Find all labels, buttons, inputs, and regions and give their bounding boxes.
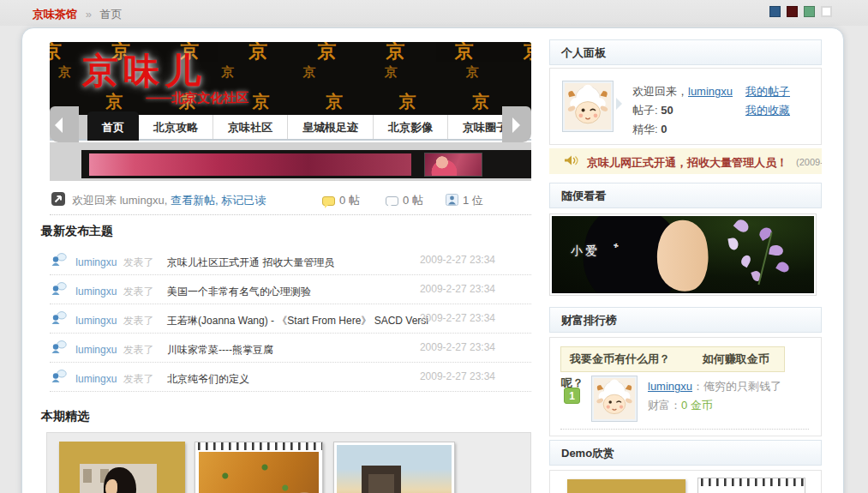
rank-1-badge: 1 <box>564 388 580 404</box>
browse-caption: 小爱 <box>571 243 600 259</box>
stat-new-posts-value: 0 帖 <box>339 194 360 207</box>
breadcrumb: 京味茶馆 » 首页 <box>33 7 122 22</box>
panel-digest-value: 0 <box>661 123 667 135</box>
featured-photo <box>199 452 319 493</box>
demo-thumb-card[interactable] <box>697 478 805 493</box>
tab-jingwei-community[interactable]: 京味社区 <box>213 115 288 139</box>
post-action: 发表了 <box>123 344 154 356</box>
featured-photo <box>80 464 157 493</box>
slideshow-thumbnail[interactable] <box>424 153 482 177</box>
welcome-text: 欢迎回来 lumingxu, 查看新帖, 标记已读 <box>72 193 266 208</box>
featured-thumb-lady[interactable] <box>59 442 185 493</box>
my-favorites-link[interactable]: 我的收藏 <box>745 104 790 117</box>
welcome-username: lumingxu, <box>120 194 168 207</box>
breadcrumb-current-page: 首页 <box>99 8 122 21</box>
post-row: lumingxu 发表了 王若琳(Joanna Wang) - 《Start F… <box>50 304 531 334</box>
forum-status-icon <box>51 192 65 206</box>
coin-use-question-link[interactable]: 我要金币有什么用？ <box>570 352 670 365</box>
arrow-right-icon <box>512 117 520 133</box>
slideshow-frame <box>81 150 531 178</box>
post-title-link[interactable]: 王若琳(Joanna Wang) - 《Start From Here》 SAC… <box>167 315 428 327</box>
carousel-next-button[interactable] <box>502 106 531 142</box>
post-author-link[interactable]: lumingxu <box>75 315 117 327</box>
demo-body <box>549 470 822 493</box>
post-action: 发表了 <box>123 256 154 268</box>
gray-bubble-icon <box>386 196 398 206</box>
demo-thumb-gold[interactable] <box>567 479 685 493</box>
browse-image-link[interactable]: 小爱 ᛭ <box>549 213 817 296</box>
theme-swatch-green[interactable] <box>804 6 815 17</box>
my-posts-link[interactable]: 我的帖子 <box>745 85 790 98</box>
spiral-binding <box>698 478 805 486</box>
theme-swatch-blue[interactable] <box>769 6 781 17</box>
yellow-bubble-icon <box>322 196 335 206</box>
rank-username-link[interactable]: lumingxu <box>648 380 692 393</box>
tab-beijing-images[interactable]: 北京影像 <box>374 115 448 139</box>
tab-imperial-footprints[interactable]: 皇城根足迹 <box>288 115 374 139</box>
post-title-link[interactable]: 美国一个非常有名气的心理测验 <box>167 286 311 298</box>
personal-panel-body: 欢迎回来，lumingxu 帖子: 50 精华: 0 我的帖子 我的收藏 <box>549 68 822 145</box>
post-title-link[interactable]: 北京纯爷们的定义 <box>167 373 249 385</box>
tab-home[interactable]: 首页 <box>87 111 139 141</box>
featured-box <box>46 432 531 493</box>
rank-user-quote: 俺穷的只剩钱了 <box>703 380 781 393</box>
welcome-prefix: 欢迎回来 <box>72 194 117 207</box>
topbar: 京味茶馆 » 首页 <box>0 0 868 26</box>
panel-posts-value: 50 <box>661 104 673 117</box>
arrow-left-icon <box>55 117 63 133</box>
post-action: 发表了 <box>123 286 154 298</box>
panel-digest-label: 精华: <box>632 123 658 135</box>
theme-swatch-darkred[interactable] <box>787 6 798 17</box>
post-row: lumingxu 发表了 川味家常菜----熊掌豆腐 2009-2-27 23:… <box>50 334 531 363</box>
browse-header: 随便看看 <box>549 183 822 208</box>
user-avatar[interactable] <box>562 81 614 132</box>
post-author-link[interactable]: lumingxu <box>75 344 117 356</box>
demo-header: Demo欣赏 <box>549 440 822 466</box>
rank-user-avatar[interactable] <box>591 376 638 422</box>
stat-online-members: 1 位 <box>446 193 483 208</box>
avatar-bubble-tail <box>616 98 628 110</box>
dotted-divider <box>560 429 809 430</box>
post-title-link[interactable]: 京味儿社区正式开通 招收大量管理员 <box>167 256 334 268</box>
post-date: 2009-2-27 23:34 <box>420 370 495 382</box>
breadcrumb-separator: » <box>86 8 92 21</box>
topic-author-icon <box>51 311 67 324</box>
carousel-prev-button[interactable] <box>50 106 79 142</box>
post-row: lumingxu 发表了 京味儿社区正式开通 招收大量管理员 2009-2-27… <box>50 246 531 275</box>
stat-replies: 0 帖 <box>386 193 423 208</box>
rank-colon: ： <box>692 380 703 393</box>
theme-swatch-white[interactable] <box>821 6 832 17</box>
post-author-link[interactable]: lumingxu <box>75 373 117 385</box>
post-author-link[interactable]: lumingxu <box>75 286 117 298</box>
panel-posts-label: 帖子: <box>632 104 658 117</box>
tab-beijing-guide[interactable]: 北京攻略 <box>139 115 213 139</box>
stat-replies-value: 0 帖 <box>403 194 423 207</box>
announcement-bar: 京味儿网正式开通，招收大量管理人员！ (2009-3-5 <box>549 148 822 174</box>
featured-thumb-food[interactable] <box>195 442 323 493</box>
featured-thumb-cityscape[interactable] <box>333 442 455 493</box>
view-new-posts-link[interactable]: 查看新帖, <box>171 194 218 207</box>
breadcrumb-site-link[interactable]: 京味茶馆 <box>33 8 77 21</box>
post-title-link[interactable]: 川味家常菜----熊掌豆腐 <box>167 344 273 356</box>
theme-color-picker <box>769 6 832 17</box>
topic-author-icon <box>51 370 67 382</box>
mark-read-link[interactable]: 标记已读 <box>221 194 266 207</box>
stat-new-posts: 0 帖 <box>322 193 360 208</box>
announcement-link[interactable]: 京味儿网正式开通，招收大量管理人员！ <box>587 155 787 171</box>
panel-username-link[interactable]: lumingxu <box>688 85 733 98</box>
main-container: 京 京 京 京 京 京 京 京 京 京 京 京 京 京 京 京 京 京 京 京 … <box>21 27 844 493</box>
wealth-value: 0 金币 <box>681 399 713 412</box>
post-author-link[interactable]: lumingxu <box>75 256 117 268</box>
slideshow-image[interactable] <box>89 153 411 176</box>
spiral-binding <box>195 442 322 450</box>
latest-topics-title: 最新发布主题 <box>41 224 113 239</box>
post-date: 2009-2-27 23:34 <box>420 341 495 353</box>
site-slogan: ——北京文化社区 <box>146 90 248 106</box>
personal-panel-header: 个人面板 <box>549 39 822 65</box>
featured-title: 本期精选 <box>41 409 89 424</box>
panel-welcome-prefix: 欢迎回来， <box>632 85 688 98</box>
featured-photo <box>337 445 452 493</box>
post-row: lumingxu 发表了 美国一个非常有名气的心理测验 2009-2-27 23… <box>50 275 531 304</box>
site-banner: 京 京 京 京 京 京 京 京 京 京 京 京 京 京 京 京 京 京 京 京 … <box>50 42 531 115</box>
speaker-icon <box>563 153 578 171</box>
